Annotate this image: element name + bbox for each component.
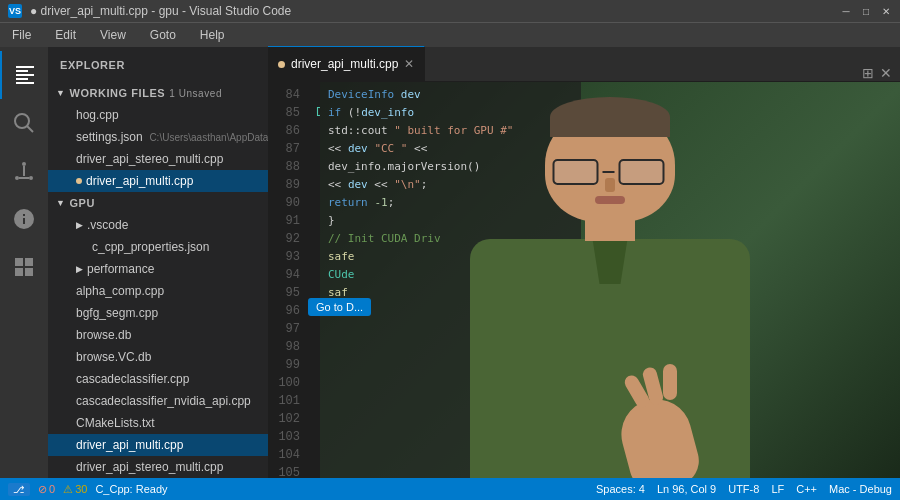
gpu-section[interactable]: ▼ GPU	[48, 192, 268, 214]
source-control-badge[interactable]: ⎇	[8, 483, 30, 496]
file-browse-db[interactable]: browse.db	[48, 324, 268, 346]
tab-driver-api-multi[interactable]: driver_api_multi.cpp ✕	[268, 46, 425, 81]
status-right: Spaces: 4 Ln 96, Col 9 UTF-8 LF C++ Mac …	[596, 483, 892, 495]
file-c-cpp-props[interactable]: c_cpp_properties.json	[48, 236, 268, 258]
tab-close-button[interactable]: ✕	[404, 57, 414, 71]
activity-git[interactable]	[0, 147, 48, 195]
file-driver-multi[interactable]: driver_api_multi.cpp	[48, 434, 268, 456]
folder-vscode[interactable]: ▶.vscode	[48, 214, 268, 236]
file-driver-stereo[interactable]: driver_api_stereo_multi.cpp	[48, 456, 268, 478]
window-controls[interactable]: ─ □ ✕	[840, 5, 892, 17]
menu-view[interactable]: View	[96, 26, 130, 44]
menu-help[interactable]: Help	[196, 26, 229, 44]
status-left: ⎇ ⊘ 0 ⚠ 30 C_Cpp: Ready	[8, 483, 168, 496]
title-bar: VS ● driver_api_multi.cpp - gpu - Visual…	[0, 0, 900, 22]
warning-count[interactable]: ⚠ 30	[63, 483, 87, 496]
person-head	[545, 107, 675, 222]
file-cascade[interactable]: cascadeclassifier.cpp	[48, 368, 268, 390]
svg-rect-7	[15, 268, 23, 276]
activity-bar	[0, 47, 48, 478]
spaces-indicator[interactable]: Spaces: 4	[596, 483, 645, 495]
file-cascade-nvidia[interactable]: cascadeclassifier_nvidia_api.cpp	[48, 390, 268, 412]
glass-left	[553, 159, 599, 185]
person-silhouette	[320, 82, 900, 478]
close-editor-button[interactable]: ✕	[880, 65, 892, 81]
activity-search[interactable]	[0, 99, 48, 147]
svg-point-2	[22, 162, 26, 166]
person-neck	[585, 220, 635, 241]
activity-extensions[interactable]	[0, 243, 48, 291]
split-editor-button[interactable]: ⊞	[862, 65, 874, 81]
maximize-button[interactable]: □	[860, 5, 872, 17]
folder-performance[interactable]: ▶performance	[48, 258, 268, 280]
file-bgfg[interactable]: bgfg_segm.cpp	[48, 302, 268, 324]
svg-rect-6	[25, 258, 33, 266]
file-cmake[interactable]: CMakeLists.txt	[48, 412, 268, 434]
modified-indicator	[76, 178, 82, 184]
menu-goto[interactable]: Goto	[146, 26, 180, 44]
svg-point-0	[15, 114, 29, 128]
video-person: DeviceInfo dev if (!dev_info std::cout "…	[320, 82, 900, 478]
video-overlay: DeviceInfo dev if (!dev_info std::cout "…	[320, 82, 900, 478]
code-editor: 8485868788 8990919293 9495969798 9910010…	[268, 82, 900, 478]
sidebar: Explorer ▼ Working Files 1 Unsaved hog.c…	[48, 47, 268, 478]
menu-edit[interactable]: Edit	[51, 26, 80, 44]
glass-right	[619, 159, 665, 185]
working-file-hog[interactable]: hog.cpp	[48, 104, 268, 126]
window-title: ● driver_api_multi.cpp - gpu - Visual St…	[30, 4, 291, 18]
working-file-multi-active[interactable]: driver_api_multi.cpp	[48, 170, 268, 192]
minimize-button[interactable]: ─	[840, 5, 852, 17]
status-bar: ⎇ ⊘ 0 ⚠ 30 C_Cpp: Ready Spaces: 4 Ln 96,…	[0, 478, 900, 500]
sidebar-header: Explorer	[48, 47, 268, 82]
editor-tab-icons: ⊞ ✕	[854, 65, 900, 81]
line-ending-indicator[interactable]: LF	[771, 483, 784, 495]
file-browse-vc[interactable]: browse.VC.db	[48, 346, 268, 368]
menu-bar: File Edit View Goto Help	[0, 22, 900, 47]
svg-rect-8	[25, 268, 33, 276]
platform-indicator[interactable]: Mac - Debug	[829, 483, 892, 495]
close-button[interactable]: ✕	[880, 5, 892, 17]
editor-tabs: driver_api_multi.cpp ✕ ⊞ ✕	[268, 47, 900, 82]
svg-rect-5	[15, 258, 23, 266]
tab-modified-dot	[278, 61, 285, 68]
warning-icon: ⚠	[63, 483, 73, 496]
file-alpha-comp[interactable]: alpha_comp.cpp	[48, 280, 268, 302]
error-count[interactable]: ⊘ 0	[38, 483, 55, 496]
tab-label: driver_api_multi.cpp	[291, 57, 398, 71]
error-icon: ⊘	[38, 483, 47, 496]
goto-definition-tooltip[interactable]: Go to D...	[308, 298, 371, 316]
working-file-stereo[interactable]: driver_api_stereo_multi.cpp	[48, 148, 268, 170]
svg-point-3	[15, 176, 19, 180]
activity-debug[interactable]	[0, 195, 48, 243]
main-layout: Explorer ▼ Working Files 1 Unsaved hog.c…	[0, 47, 900, 478]
svg-line-1	[27, 126, 33, 132]
cursor-position[interactable]: Ln 96, Col 9	[657, 483, 716, 495]
branch-status: C_Cpp: Ready	[95, 483, 167, 495]
editor-area: driver_api_multi.cpp ✕ ⊞ ✕ 8485868788 89…	[268, 47, 900, 478]
app-icon: VS	[8, 4, 22, 18]
svg-point-4	[29, 176, 33, 180]
menu-file[interactable]: File	[8, 26, 35, 44]
activity-explorer[interactable]	[0, 51, 48, 99]
person-body	[470, 239, 750, 478]
line-numbers: 8485868788 8990919293 9495969798 9910010…	[268, 82, 308, 478]
working-file-settings[interactable]: settings.json C:\Users\aasthan\AppData..…	[48, 126, 268, 148]
glass-bridge	[603, 171, 615, 173]
person-hand	[614, 391, 705, 478]
working-files-section[interactable]: ▼ Working Files 1 Unsaved	[48, 82, 268, 104]
encoding-indicator[interactable]: UTF-8	[728, 483, 759, 495]
language-indicator[interactable]: C++	[796, 483, 817, 495]
